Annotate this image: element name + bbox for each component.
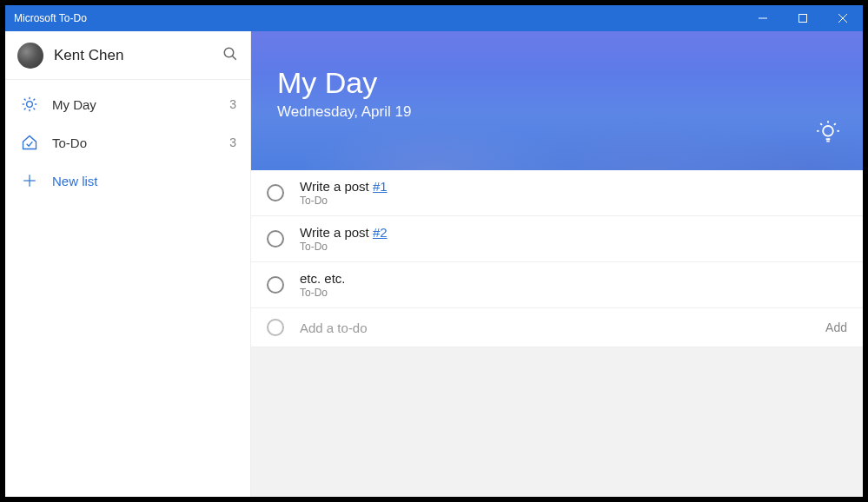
sun-icon xyxy=(19,96,40,113)
complete-toggle[interactable] xyxy=(267,276,284,294)
add-task-input[interactable]: Add a to-do xyxy=(300,320,825,335)
svg-point-4 xyxy=(224,48,234,57)
hero: My Day Wednesday, April 19 xyxy=(251,31,863,170)
svg-point-6 xyxy=(27,102,33,108)
search-icon xyxy=(222,46,238,62)
sidebar: Kent Chen My Day 3 To-Do xyxy=(5,31,251,497)
sidebar-item-label: To-Do xyxy=(52,135,229,150)
task-row[interactable]: Write a post #1 To-Do xyxy=(251,170,863,216)
minimize-button[interactable] xyxy=(743,5,783,31)
avatar xyxy=(17,43,43,69)
main-panel: My Day Wednesday, April 19 Write a post … xyxy=(251,31,863,497)
svg-line-11 xyxy=(24,99,26,101)
svg-line-14 xyxy=(33,99,35,101)
home-check-icon xyxy=(19,134,40,151)
close-button[interactable] xyxy=(823,5,863,31)
sidebar-item-my-day[interactable]: My Day 3 xyxy=(5,85,250,123)
profile-name: Kent Chen xyxy=(54,47,222,64)
svg-line-23 xyxy=(820,123,822,125)
task-sublabel: To-Do xyxy=(300,241,847,253)
lightbulb-icon xyxy=(816,120,840,144)
minimize-icon xyxy=(759,14,767,23)
suggestions-button[interactable] xyxy=(816,120,840,148)
add-circle-icon xyxy=(267,319,284,336)
svg-rect-1 xyxy=(799,15,807,23)
maximize-icon xyxy=(798,14,807,23)
new-list-label: New list xyxy=(52,174,236,188)
complete-toggle[interactable] xyxy=(267,230,284,248)
complete-toggle[interactable] xyxy=(267,184,284,201)
task-sublabel: To-Do xyxy=(300,195,847,207)
task-title: Write a post #1 xyxy=(300,179,847,194)
svg-line-12 xyxy=(33,108,35,109)
add-task-row[interactable]: Add a to-do Add xyxy=(251,308,863,347)
task-title: etc. etc. xyxy=(300,271,847,286)
sidebar-item-todo[interactable]: To-Do 3 xyxy=(5,123,250,162)
titlebar: Microsoft To-Do xyxy=(5,5,863,31)
task-link[interactable]: #2 xyxy=(373,225,388,240)
svg-line-13 xyxy=(24,108,26,109)
svg-point-17 xyxy=(823,126,833,136)
profile-row[interactable]: Kent Chen xyxy=(5,31,250,80)
svg-line-5 xyxy=(232,56,236,60)
task-sublabel: To-Do xyxy=(300,287,847,299)
task-link[interactable]: #1 xyxy=(373,179,388,194)
sidebar-item-count: 3 xyxy=(229,135,236,149)
task-row[interactable]: Write a post #2 To-Do xyxy=(251,216,863,262)
sidebar-item-label: My Day xyxy=(52,97,229,112)
task-list: Write a post #1 To-Do Write a post #2 To… xyxy=(251,170,863,308)
maximize-button[interactable] xyxy=(783,5,823,31)
sidebar-item-count: 3 xyxy=(229,97,236,111)
add-button[interactable]: Add xyxy=(825,320,847,334)
svg-line-24 xyxy=(834,123,836,125)
task-row[interactable]: etc. etc. To-Do xyxy=(251,262,863,308)
plus-icon xyxy=(19,173,40,188)
search-button[interactable] xyxy=(222,46,238,65)
page-date: Wednesday, April 19 xyxy=(277,103,837,121)
app-title: Microsoft To-Do xyxy=(5,12,743,24)
page-title: My Day xyxy=(277,66,837,100)
close-icon xyxy=(838,14,847,23)
task-title: Write a post #2 xyxy=(300,225,847,240)
new-list-button[interactable]: New list xyxy=(5,162,250,200)
